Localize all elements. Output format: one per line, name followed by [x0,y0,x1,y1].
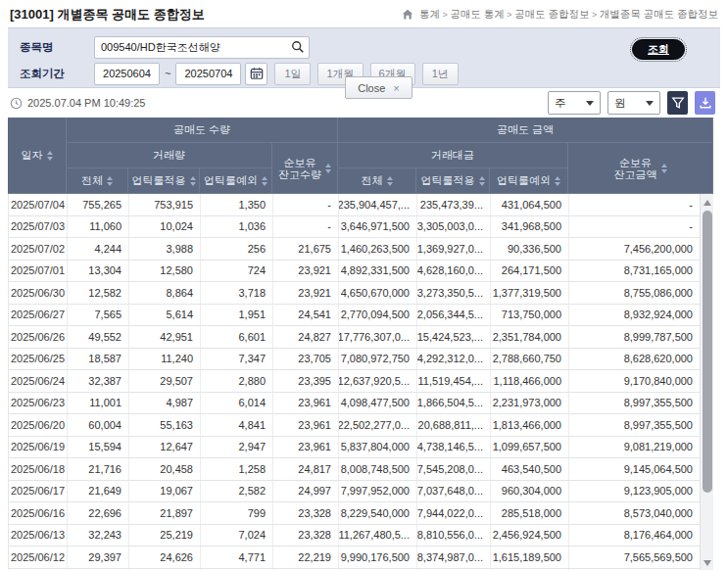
col-header-amt-total[interactable]: 전체 [338,168,416,194]
table-row: 2025/07/024,2443,98825621,6751,460,263,5… [9,238,713,261]
currency-unit-select[interactable]: 원 [607,91,660,115]
cell-net-balance-qty: 23,961 [273,414,339,436]
cell-net-balance-qty: 23,395 [273,370,339,392]
cell-amt-uptick-exempt: 90,336,500 [491,238,569,260]
sort-icon [325,164,331,173]
cell-amt-uptick-applied: 4,292,312,0... [417,349,491,370]
search-submit-button[interactable]: 조회 [632,39,685,60]
cell-qty-uptick-applied: 10,024 [129,216,201,238]
cell-qty-uptick-applied: 12,647 [129,437,201,458]
breadcrumb: 통계 > 공매도 통계 > 공매도 종합정보 > 개별종목 공매도 종합정보 [402,8,718,22]
cell-amt-total: 5,837,804,000 [339,437,417,458]
scrollbar-thumb[interactable] [703,211,712,493]
cell-amt-uptick-exempt: 1,099,657,500 [491,437,569,458]
calendar-icon[interactable] [245,63,267,85]
col-header-net-balance-amt[interactable]: 순보유잔고금액 [568,143,713,194]
cell-qty-uptick-exempt: 724 [201,261,273,282]
col-header-qty-total[interactable]: 전체 [67,168,128,194]
cell-amt-total: 3,646,971,500 [339,216,417,238]
cell-amt-uptick-applied: 8,810,556,0... [417,525,491,546]
cell-qty-total: 12,582 [68,282,129,304]
shortselling-table: 일자 공매도 수량 거래량 전체 업틱룰적용 업틱룰예외 순보유잔고수 [8,118,713,570]
table-row: 2025/06/2060,00455,1634,84123,96122,502,… [9,414,713,437]
period-unit-value: 주 [555,96,566,111]
cell-net-balance-amt: - [569,194,701,215]
cell-net-balance-qty: 24,997 [273,481,339,502]
cell-qty-uptick-exempt: 2,582 [201,481,273,502]
cell-qty-total: 21,649 [68,481,129,502]
close-icon[interactable]: × [393,82,399,94]
cell-net-balance-amt: 9,123,905,000 [569,481,701,502]
date-from-input[interactable] [94,63,160,85]
col-header-date[interactable]: 일자 [8,118,67,194]
cell-qty-uptick-applied: 4,987 [129,393,201,414]
breadcrumb-item[interactable]: 통계 [419,8,440,20]
cell-net-balance-qty: 23,921 [273,261,339,282]
stock-name-input[interactable] [94,36,310,59]
cell-date: 2025/06/27 [9,305,68,326]
cell-net-balance-qty: - [273,216,339,238]
col-header-net-balance-qty[interactable]: 순보유잔고수량 [272,143,338,194]
cell-amt-total: 1,460,263,500 [339,238,417,260]
period-1year-button[interactable]: 1년 [422,63,459,85]
cell-amt-uptick-applied: 11,519,454,... [417,370,491,392]
cell-qty-uptick-exempt: 1,258 [201,458,273,480]
scroll-down-arrow-icon[interactable] [701,556,714,570]
home-icon[interactable] [402,9,413,21]
cell-amt-uptick-applied: 235,473,39... [417,194,491,215]
cell-date: 2025/06/20 [9,414,68,436]
breadcrumb-item[interactable]: 공매도 통계 [450,8,504,20]
cell-date: 2025/06/18 [9,458,68,480]
breadcrumb-item[interactable]: 개별종목 공매도 종합정보 [600,8,718,20]
cell-net-balance-qty: 23,705 [273,349,339,370]
breadcrumb-separator: > [440,10,450,20]
cell-net-balance-amt: 9,145,064,500 [569,458,701,480]
cell-qty-uptick-applied: 21,897 [129,502,201,524]
cell-amt-total: 4,098,477,500 [339,393,417,414]
search-icon[interactable] [291,40,305,54]
sort-icon [47,151,53,161]
table-row: 2025/07/0113,30412,58072423,9214,892,331… [9,261,713,283]
date-to-input[interactable] [175,63,241,85]
col-header-amt-uptick-exempt[interactable]: 업틱룰예외 [490,168,568,194]
cell-amt-total: 4,892,331,500 [339,261,417,282]
cell-qty-uptick-applied: 29,507 [129,370,201,392]
period-unit-select[interactable]: 주 [548,91,601,115]
cell-qty-total: 4,244 [68,238,129,260]
table-row: 2025/06/1821,71620,4581,25824,8178,008,7… [9,458,713,481]
download-button[interactable] [695,91,715,115]
filter-button[interactable] [667,91,688,115]
sort-icon [107,176,113,186]
cell-net-balance-qty: 23,328 [273,502,339,524]
table-header: 일자 공매도 수량 거래량 전체 업틱룰적용 업틱룰예외 순보유잔고수 [8,118,713,194]
cell-date: 2025/06/23 [9,393,68,414]
col-group-short-qty: 공매도 수량 [67,118,338,143]
download-icon [699,96,712,110]
cell-qty-uptick-applied: 8,864 [129,282,201,304]
table-row: 2025/06/2518,58711,2407,34723,7057,080,9… [9,349,713,371]
cell-amt-total: 8,229,540,000 [339,502,417,524]
cell-net-balance-amt: 9,170,840,000 [569,370,701,392]
cell-amt-uptick-applied: 15,424,523,... [417,326,491,348]
cell-date: 2025/06/17 [9,481,68,502]
cell-qty-uptick-exempt: 256 [201,238,273,260]
table-row: 2025/06/2649,55242,9516,60124,82717,776,… [9,326,713,349]
cell-amt-uptick-exempt: 2,788,660,750 [491,349,569,370]
cell-date: 2025/06/19 [9,437,68,458]
period-1day-button[interactable]: 1일 [274,63,311,85]
table-row: 2025/06/277,5655,6141,95124,5412,770,094… [9,305,713,327]
col-header-amt-uptick-applied[interactable]: 업틱룰적용 [416,168,490,194]
col-header-qty-uptick-exempt[interactable]: 업틱룰예외 [200,168,272,194]
table-scrollbar [700,194,713,570]
breadcrumb-item[interactable]: 공매도 종합정보 [514,8,589,20]
cell-net-balance-amt: 8,176,464,000 [569,525,701,546]
cell-net-balance-amt: 8,932,924,000 [569,305,701,326]
table-row: 2025/06/1721,64919,0672,58224,9977,997,9… [9,481,713,503]
cell-qty-uptick-exempt: 799 [201,502,273,524]
cell-amt-uptick-applied: 7,545,208,0... [417,458,491,480]
scroll-up-arrow-icon[interactable] [701,196,714,210]
cell-qty-uptick-exempt: 7,024 [201,525,273,546]
sort-icon [479,176,485,186]
col-header-qty-uptick-applied[interactable]: 업틱룰적용 [128,168,200,194]
cell-amt-total: 12,637,920,5... [339,370,417,392]
